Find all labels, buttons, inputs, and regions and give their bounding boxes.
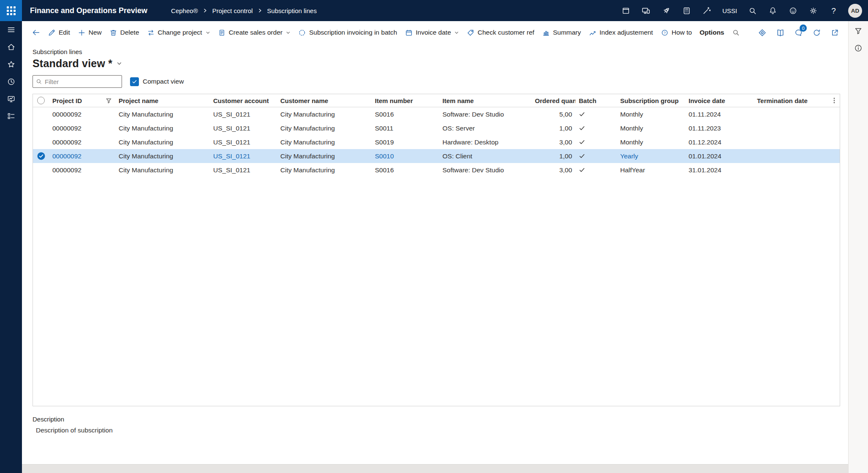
table-row[interactable]: 00000092City ManufacturingUS_SI_0121City…	[33, 163, 840, 177]
cell-project-id: 00000092	[49, 121, 115, 135]
help-icon[interactable]: ?	[828, 5, 839, 16]
cell-item-number[interactable]: S0010	[372, 149, 439, 163]
cell-batch	[575, 107, 617, 121]
cell-termination-date	[754, 149, 828, 163]
change-project-button[interactable]: Change project	[143, 25, 214, 40]
workspaces-icon[interactable]	[0, 90, 22, 108]
cell-subscription-group: HalfYear	[617, 163, 685, 177]
home-icon[interactable]	[0, 38, 22, 56]
cell-project-id: 00000092	[49, 107, 115, 121]
bell-icon[interactable]	[767, 5, 778, 16]
avatar[interactable]: AD	[848, 4, 862, 18]
col-customer-account[interactable]: Customer account	[210, 94, 277, 107]
edit-pencil-icon	[48, 29, 56, 37]
col-termination-date[interactable]: Termination date	[754, 94, 828, 107]
power-platform-icon[interactable]	[757, 27, 767, 38]
cell-customer-name: City Manufacturing	[277, 163, 372, 177]
table-row[interactable]: 00000092City ManufacturingUS_SI_0121City…	[33, 121, 840, 135]
column-filter-funnel-icon[interactable]	[106, 98, 112, 104]
window-icon[interactable]	[620, 5, 632, 16]
smiley-icon[interactable]	[787, 5, 799, 16]
index-adjustement-button[interactable]: Index adjustement	[585, 25, 657, 40]
grid-options-ellipsis-icon[interactable]	[828, 94, 841, 107]
delete-button[interactable]: Delete	[106, 25, 143, 40]
wand-icon[interactable]	[701, 5, 713, 16]
row-selector[interactable]	[33, 107, 49, 121]
gear-icon[interactable]	[808, 5, 819, 16]
col-subscription-group[interactable]: Subscription group	[617, 94, 685, 107]
cell-batch	[575, 135, 617, 149]
line-chart-icon	[589, 29, 597, 37]
edit-button[interactable]: Edit	[44, 25, 74, 40]
modules-list-icon[interactable]	[0, 108, 22, 125]
view-title[interactable]: Standard view *	[33, 57, 112, 70]
options-button[interactable]: Options	[696, 25, 728, 40]
app-launcher-button[interactable]	[0, 0, 22, 21]
table-row[interactable]: 00000092City ManufacturingUS_SI_0121City…	[33, 135, 840, 149]
subscription-lines-grid: Project ID Project name Customer account…	[33, 94, 840, 406]
bottom-strip	[22, 464, 848, 473]
cell-project-name: City Manufacturing	[115, 163, 210, 177]
row-selector[interactable]	[33, 135, 49, 149]
messages-badge: 0	[800, 24, 807, 32]
cell-project-name: City Manufacturing	[115, 121, 210, 135]
app-title[interactable]: Finance and Operations Preview	[30, 6, 147, 15]
select-all-checkbox[interactable]	[33, 94, 49, 107]
cell-item-number: S0019	[372, 135, 439, 149]
new-button[interactable]: New	[74, 25, 106, 40]
view-chevron-down-icon[interactable]	[117, 61, 122, 66]
row-selector[interactable]	[33, 163, 49, 177]
chevron-right-icon	[203, 8, 208, 13]
cell-termination-date	[754, 163, 828, 177]
row-selector[interactable]	[33, 121, 49, 135]
summary-button[interactable]: Summary	[538, 25, 585, 40]
breadcrumb-item-root[interactable]: Cepheo®	[171, 7, 198, 14]
back-button[interactable]	[28, 25, 44, 40]
cell-project-id[interactable]: 00000092	[49, 149, 115, 163]
filter-pane-funnel-icon[interactable]	[852, 24, 865, 37]
pop-out-icon[interactable]	[830, 27, 840, 38]
row-selector[interactable]	[33, 149, 49, 163]
cell-subscription-group[interactable]: Yearly	[617, 149, 685, 163]
check-customer-ref-button[interactable]: Check customer ref	[463, 25, 538, 40]
col-item-number[interactable]: Item number	[372, 94, 439, 107]
how-to-button[interactable]: ?How to	[657, 25, 696, 40]
filter-input[interactable]	[33, 75, 122, 88]
rocket-icon[interactable]	[661, 5, 672, 16]
compact-view-checkbox[interactable]: Compact view	[130, 77, 184, 86]
table-row[interactable]: 00000092City ManufacturingUS_SI_0121City…	[33, 107, 840, 121]
col-ordered-quantity[interactable]: Ordered quant...	[532, 94, 575, 107]
book-icon[interactable]	[775, 27, 785, 38]
devices-icon[interactable]	[640, 5, 652, 16]
col-customer-name[interactable]: Customer name	[277, 94, 372, 107]
cell-customer-account[interactable]: US_SI_0121	[210, 149, 277, 163]
cell-ordered-qty: 1,00	[532, 149, 575, 163]
subscription-invoicing-batch-button[interactable]: Subscription invoicing in batch	[294, 25, 401, 40]
search-icon[interactable]	[747, 5, 758, 16]
col-batch[interactable]: Batch	[575, 94, 617, 107]
chevron-down-icon	[206, 30, 210, 35]
refresh-icon[interactable]	[811, 27, 822, 38]
breadcrumb-item-module[interactable]: Project control	[212, 7, 253, 14]
trash-icon	[109, 29, 117, 37]
recent-clock-icon[interactable]	[0, 73, 22, 90]
col-invoice-date[interactable]: Invoice date	[685, 94, 754, 107]
table-row[interactable]: 00000092City ManufacturingUS_SI_0121City…	[33, 149, 840, 163]
info-icon[interactable]	[852, 42, 865, 54]
favorites-star-icon[interactable]	[0, 56, 22, 73]
check-customer-ref-label: Check customer ref	[477, 29, 534, 36]
invoice-date-button[interactable]: Invoice date	[401, 25, 463, 40]
col-item-name[interactable]: Item name	[439, 94, 532, 107]
action-pane-search-button[interactable]	[728, 25, 743, 40]
col-project-name[interactable]: Project name	[115, 94, 210, 107]
messages-icon[interactable]: 0	[793, 27, 803, 38]
company-picker[interactable]: USSI	[722, 7, 738, 14]
create-sales-order-button[interactable]: Create sales order	[214, 25, 295, 40]
table-body: 00000092City ManufacturingUS_SI_0121City…	[33, 107, 840, 177]
left-navigation	[0, 21, 22, 473]
col-project-id[interactable]: Project ID	[49, 94, 115, 107]
invoice-date-label: Invoice date	[416, 29, 451, 36]
calculator-icon[interactable]	[681, 5, 692, 16]
hamburger-menu-icon[interactable]	[0, 21, 22, 38]
breadcrumb-item-page[interactable]: Subscription lines	[267, 7, 317, 14]
